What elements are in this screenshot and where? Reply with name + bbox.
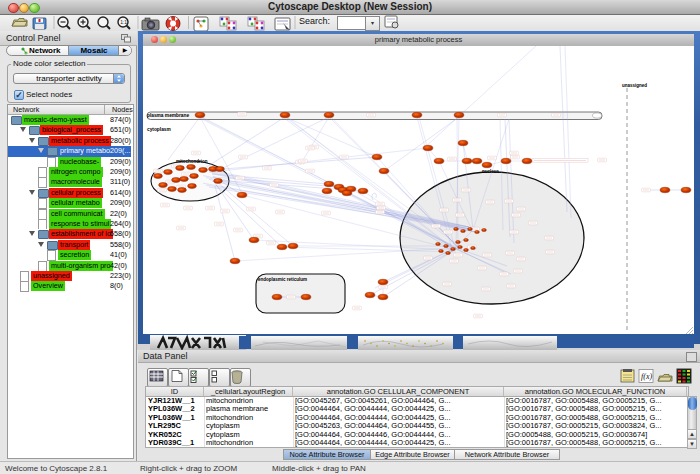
svg-text:nucleus: nucleus bbox=[482, 169, 500, 174]
svg-text:endoplasmic reticulum: endoplasmic reticulum bbox=[258, 277, 307, 282]
svg-text:f(x): f(x) bbox=[641, 372, 652, 381]
svg-text:1:1: 1:1 bbox=[120, 19, 127, 25]
svg-text:mitochondrion: mitochondrion bbox=[176, 159, 208, 164]
svg-text:cytoplasm: cytoplasm bbox=[147, 127, 171, 132]
svg-text:plasma membrane: plasma membrane bbox=[147, 113, 189, 118]
svg-text:unassigned: unassigned bbox=[622, 83, 647, 88]
